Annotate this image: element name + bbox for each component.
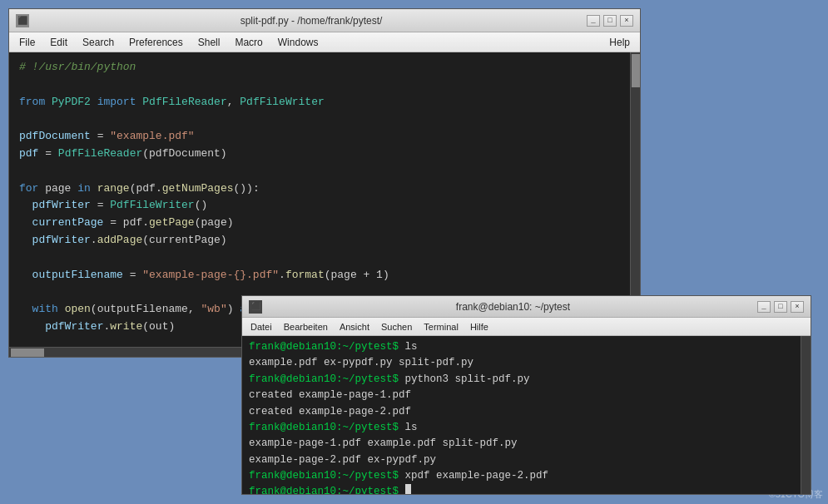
terminal-line-10: frank@debian10:~/pytest$ bbox=[249, 484, 794, 494]
code-line-blank-3 bbox=[19, 163, 620, 180]
terminal-line-5: created example-page-2.pdf bbox=[249, 404, 794, 420]
terminal-menu-datei[interactable]: Datei bbox=[245, 321, 277, 333]
terminal-menu-hilfe[interactable]: Hilfe bbox=[465, 321, 493, 333]
terminal-titlebar: ⬛ frank@debian10: ~/pytest _ □ × bbox=[242, 296, 811, 318]
editor-title: split-pdf.py - /home/frank/pytest/ bbox=[36, 15, 587, 27]
terminal-line-1: frank@debian10:~/pytest$ ls bbox=[249, 339, 794, 355]
terminal-line-2: example.pdf ex-pypdf.py split-pdf.py bbox=[249, 355, 794, 371]
menu-shell[interactable]: Shell bbox=[191, 35, 227, 50]
menu-preferences[interactable]: Preferences bbox=[122, 35, 190, 50]
editor-minimize-button[interactable]: _ bbox=[587, 15, 600, 27]
code-line-1: # !/usr/bin/python bbox=[19, 59, 620, 77]
terminal-app-icon: ⬛ bbox=[249, 300, 262, 314]
terminal-titlebar-controls: _ □ × bbox=[757, 301, 804, 313]
code-line-6: currentPage = pdf.getPage(page) bbox=[19, 215, 620, 232]
menu-help[interactable]: Help bbox=[602, 35, 637, 50]
terminal-window: ⬛ frank@debian10: ~/pytest _ □ × Datei B… bbox=[241, 295, 811, 495]
menu-file[interactable]: File bbox=[12, 35, 42, 50]
code-line-blank-2 bbox=[19, 111, 620, 128]
terminal-line-7: example-page-1.pdf example.pdf split-pdf… bbox=[249, 436, 794, 452]
code-line-blank-4 bbox=[19, 250, 620, 267]
editor-titlebar: ⬛ split-pdf.py - /home/frank/pytest/ _ □… bbox=[9, 9, 640, 32]
editor-menubar: File Edit Search Preferences Shell Macro… bbox=[9, 32, 640, 52]
terminal-menu-bearbeiten[interactable]: Bearbeiten bbox=[279, 321, 333, 333]
editor-titlebar-controls: _ □ × bbox=[587, 15, 633, 27]
code-line-7: pdfWriter.addPage(currentPage) bbox=[19, 232, 620, 250]
code-line-8: outputFilename = "example-page-{}.pdf".f… bbox=[19, 267, 620, 284]
menu-macro[interactable]: Macro bbox=[228, 35, 269, 50]
menu-search[interactable]: Search bbox=[76, 35, 121, 50]
terminal-close-button[interactable]: × bbox=[791, 301, 804, 313]
code-line-3: pdfDocument = "example.pdf" bbox=[19, 128, 620, 146]
terminal-maximize-button[interactable]: □ bbox=[774, 301, 787, 313]
editor-app-icon: ⬛ bbox=[16, 14, 29, 27]
editor-scrollbar-thumb-h[interactable] bbox=[11, 348, 44, 357]
menu-edit[interactable]: Edit bbox=[43, 35, 74, 50]
terminal-line-3: frank@debian10:~/pytest$ python3 split-p… bbox=[249, 372, 794, 388]
terminal-title: frank@debian10: ~/pytest bbox=[269, 301, 757, 313]
terminal-output[interactable]: frank@debian10:~/pytest$ ls example.pdf … bbox=[242, 336, 801, 494]
terminal-line-6: frank@debian10:~/pytest$ ls bbox=[249, 420, 794, 436]
terminal-minimize-button[interactable]: _ bbox=[757, 301, 771, 313]
terminal-menu-suchen[interactable]: Suchen bbox=[376, 321, 417, 333]
code-line-5: pdfWriter = PdfFileWriter() bbox=[19, 197, 620, 215]
terminal-menubar: Datei Bearbeiten Ansicht Suchen Terminal… bbox=[242, 318, 811, 336]
editor-maximize-button[interactable]: □ bbox=[603, 15, 617, 27]
terminal-line-9: frank@debian10:~/pytest$ xpdf example-pa… bbox=[249, 468, 794, 484]
editor-close-button[interactable]: × bbox=[620, 15, 633, 27]
terminal-menu-terminal[interactable]: Terminal bbox=[419, 321, 464, 333]
terminal-menu-ansicht[interactable]: Ansicht bbox=[335, 321, 374, 333]
code-line-import: from PyPDF2 import PdfFileReader, PdfFil… bbox=[19, 94, 620, 111]
terminal-line-4: created example-page-1.pdf bbox=[249, 388, 794, 403]
code-line-4: pdf = PdfFileReader(pdfDocument) bbox=[19, 146, 620, 163]
menu-windows[interactable]: Windows bbox=[271, 35, 325, 50]
terminal-vertical-scrollbar[interactable] bbox=[801, 336, 811, 494]
code-line-for: for page in range(pdf.getNumPages()): bbox=[19, 180, 620, 198]
terminal-line-8: example-page-2.pdf ex-pypdf.py bbox=[249, 452, 794, 468]
code-line-blank-1 bbox=[19, 77, 620, 94]
editor-scrollbar-thumb-v[interactable] bbox=[632, 54, 640, 87]
